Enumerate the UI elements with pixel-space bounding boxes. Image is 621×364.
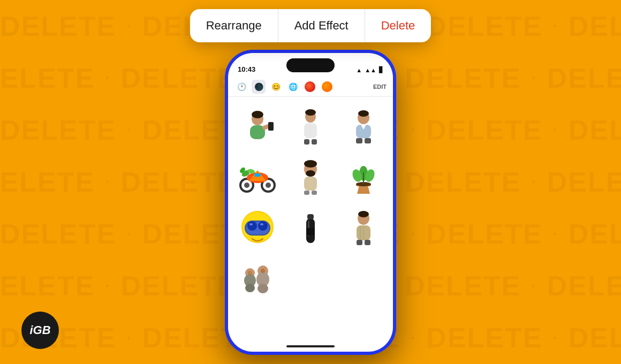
svg-point-59: [245, 284, 255, 292]
sticker-grid: [228, 97, 393, 341]
svg-point-27: [306, 170, 315, 177]
svg-point-21: [244, 183, 249, 188]
sticker-bottle: [291, 208, 330, 246]
home-bar: [286, 345, 335, 347]
sticker-cell-3[interactable]: [338, 102, 389, 150]
status-time: 10:43: [238, 65, 255, 73]
svg-point-43: [258, 221, 268, 231]
svg-rect-55: [365, 240, 370, 245]
svg-point-42: [247, 221, 257, 231]
sticker-person-selfie: [238, 107, 277, 146]
sticker-bearded-man: [291, 157, 330, 196]
svg-point-62: [258, 284, 268, 293]
svg-point-64: [261, 269, 265, 273]
svg-rect-30: [312, 191, 317, 195]
svg-rect-3: [268, 122, 274, 131]
svg-point-56: [358, 211, 369, 217]
svg-point-31: [304, 160, 317, 168]
sticker-cell-10[interactable]: [232, 253, 283, 301]
sticker-tab-custom1[interactable]: [303, 80, 317, 94]
sticker-tab-recent[interactable]: 🕐: [234, 80, 248, 94]
igb-logo: iGB: [21, 312, 59, 349]
svg-point-44: [249, 223, 253, 225]
phone-frame: 10:43 ▲ ▲▲ ▊ 🕐 🌑 😊 🌐: [225, 50, 396, 355]
sticker-motorcycle: [238, 157, 277, 196]
sticker-cell-1[interactable]: [232, 102, 283, 150]
svg-rect-28: [304, 177, 317, 191]
dynamic-island: [286, 58, 335, 72]
svg-rect-29: [304, 191, 309, 195]
svg-rect-47: [307, 214, 314, 219]
svg-rect-8: [312, 139, 317, 145]
sticker-cell-9[interactable]: [338, 203, 389, 251]
add-effect-button[interactable]: Add Effect: [278, 9, 365, 42]
rearrange-button[interactable]: Rearrange: [190, 9, 278, 42]
svg-point-15: [358, 110, 369, 117]
svg-point-22: [266, 183, 271, 188]
svg-rect-20: [254, 173, 261, 177]
svg-rect-13: [356, 138, 362, 143]
delete-button[interactable]: Delete: [365, 9, 431, 42]
sticker-cell-8[interactable]: [285, 203, 336, 251]
sticker-cell-5[interactable]: [285, 153, 336, 201]
sticker-tab-faces[interactable]: 🌑: [252, 80, 266, 94]
sticker-man-casual: [344, 208, 383, 246]
sticker-figurines: [238, 258, 277, 297]
svg-rect-7: [304, 139, 309, 145]
svg-rect-49: [306, 228, 315, 236]
context-menu: Rearrange Add Effect Delete: [190, 9, 431, 42]
svg-point-63: [248, 271, 252, 275]
sticker-cell-7[interactable]: [232, 203, 283, 251]
sticker-toolbar: 🕐 🌑 😊 🌐 EDIT: [228, 77, 393, 97]
phone-screen: 10:43 ▲ ▲▲ ▊ 🕐 🌑 😊 🌐: [228, 53, 393, 352]
sticker-cell-2[interactable]: [285, 102, 336, 150]
edit-button[interactable]: EDIT: [373, 84, 387, 90]
status-icons: ▲ ▲▲ ▊: [356, 66, 383, 73]
sticker-tab-custom2[interactable]: [320, 80, 334, 94]
signal-icon: ▲▲: [365, 67, 376, 73]
sticker-cell-4[interactable]: [232, 153, 283, 201]
sticker-tab-globe[interactable]: 🌐: [286, 80, 300, 94]
battery-icon: ▊: [379, 66, 383, 73]
wifi-icon: ▲: [356, 67, 362, 73]
sticker-visionpro: [238, 208, 277, 246]
sticker-cell-6[interactable]: [338, 153, 389, 201]
phone-wrapper: Rearrange Add Effect Delete 10:43 ▲ ▲▲ ▊…: [190, 9, 431, 355]
svg-rect-14: [365, 138, 371, 143]
svg-rect-6: [304, 123, 317, 138]
sticker-plant: [344, 157, 383, 196]
svg-point-9: [305, 109, 316, 116]
sticker-tab-emoji[interactable]: 😊: [269, 80, 283, 94]
sticker-person-standing: [291, 107, 330, 146]
sticker-person-formal: [344, 107, 383, 146]
svg-point-4: [252, 111, 263, 118]
svg-point-45: [260, 223, 263, 225]
home-indicator: [228, 341, 393, 352]
svg-rect-54: [357, 240, 362, 245]
